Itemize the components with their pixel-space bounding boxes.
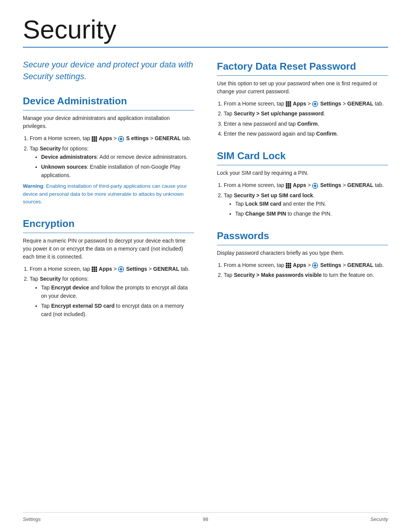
settings-icon [118, 266, 124, 272]
bullet: Tap Lock SIM card and enter the PIN. [235, 200, 388, 208]
content-columns: Secure your device and protect your data… [23, 59, 388, 329]
svg-point-7 [120, 268, 122, 270]
settings-icon [312, 183, 318, 189]
device-admin-body: Manage your device administrators and ap… [23, 114, 194, 130]
step: From a Home screen, tap Apps > [30, 134, 194, 142]
step: Enter a new password and tap Confirm. [224, 120, 388, 128]
section-title-factory-reset: Factory Data Reset Password [217, 59, 388, 76]
intro-text: Secure your device and protect your data… [23, 59, 194, 83]
sim-card-lock-body: Lock your SIM card by requiring a PIN. [217, 169, 388, 177]
svg-point-13 [314, 103, 316, 105]
step: From a Home screen, tap Apps > [224, 261, 388, 269]
step: Enter the new password again and tap Con… [224, 129, 388, 138]
passwords-steps: From a Home screen, tap Apps > [224, 261, 388, 280]
footer-right: Security [370, 516, 388, 523]
page-number: 98 [203, 516, 208, 523]
right-column: Factory Data Reset Password Use this opt… [217, 59, 388, 329]
factory-reset-steps: From a Home screen, tap Apps > [224, 99, 388, 138]
title-divider [23, 47, 388, 48]
device-admin-steps: From a Home screen, tap Apps > [30, 134, 194, 179]
encryption-body: Require a numeric PIN or password to dec… [23, 237, 194, 261]
step: Tap Security > Set up SIM card lock. Tap… [224, 191, 388, 218]
bullet: Tap Encrypt external SD card to encrypt … [41, 302, 194, 319]
encryption-bullets: Tap Encrypt device and follow the prompt… [41, 283, 194, 319]
section-device-admin: Device Administration Manage your device… [23, 94, 194, 206]
section-passwords: Passwords Display password characters br… [217, 228, 388, 280]
bullet: Tap Encrypt device and follow the prompt… [41, 283, 194, 300]
step: From a Home screen, tap Apps > [30, 265, 194, 273]
svg-point-19 [314, 185, 316, 187]
warning-text: Warning: Enabling installation of third-… [23, 182, 194, 206]
left-column: Secure your device and protect your data… [23, 59, 194, 329]
step: From a Home screen, tap Apps > [224, 99, 388, 108]
apps-icon [92, 136, 97, 142]
apps-icon [286, 101, 291, 107]
settings-icon [312, 262, 318, 268]
footer-left: Settings [23, 516, 41, 523]
section-title-encryption: Encryption [23, 216, 194, 233]
step: Tap Security > Set up/change password. [224, 109, 388, 118]
settings-icon [312, 101, 318, 107]
device-admin-bullets: Device administrators: Add or remove dev… [41, 153, 194, 179]
page: Security Secure your device and protect … [0, 0, 411, 532]
section-title-passwords: Passwords [217, 228, 388, 245]
apps-icon [286, 183, 291, 189]
step: Tap Security for options: Device adminis… [30, 144, 194, 180]
section-factory-reset: Factory Data Reset Password Use this opt… [217, 59, 388, 138]
bullet: Unknown sources: Enable installation of … [41, 163, 194, 180]
section-title-sim-card-lock: SIM Card Lock [217, 149, 388, 165]
step: From a Home screen, tap Apps > [224, 181, 388, 189]
factory-reset-body: Use this option to set up your password … [217, 80, 388, 96]
apps-icon [286, 263, 291, 268]
warning-label: Warning [23, 183, 43, 189]
svg-point-1 [120, 138, 122, 140]
section-title-device-admin: Device Administration [23, 94, 194, 110]
step: Tap Security > Make passwords visible to… [224, 271, 388, 279]
sim-lock-steps: From a Home screen, tap Apps > [224, 181, 388, 218]
encryption-steps: From a Home screen, tap Apps > [30, 265, 194, 318]
bullet: Tap Change SIM PIN to change the PIN. [235, 209, 388, 218]
bullet: Device administrators: Add or remove dev… [41, 153, 194, 161]
step: Tap Security for options: Tap Encrypt de… [30, 275, 194, 318]
sim-lock-bullets: Tap Lock SIM card and enter the PIN. Tap… [235, 200, 388, 218]
apps-icon [92, 267, 97, 272]
section-sim-card-lock: SIM Card Lock Lock your SIM card by requ… [217, 149, 388, 218]
settings-icon [118, 136, 124, 142]
passwords-body: Display password characters briefly as y… [217, 249, 388, 257]
section-encryption: Encryption Require a numeric PIN or pass… [23, 216, 194, 318]
page-title: Security [23, 15, 388, 44]
svg-point-25 [314, 264, 316, 267]
